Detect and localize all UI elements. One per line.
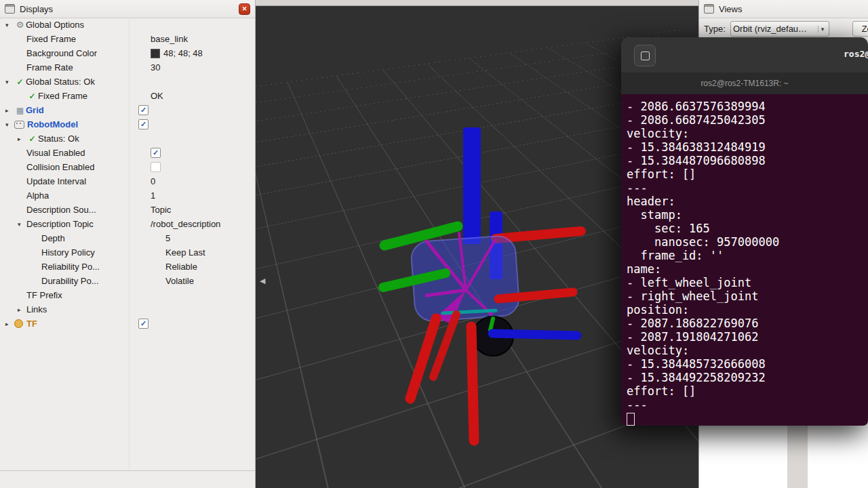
property-value[interactable]: 30	[147, 62, 255, 73]
tree-row[interactable]: ▾⚙Global Options	[0, 18, 255, 32]
expand-arrow-icon[interactable]: ▾	[18, 221, 26, 228]
terminal-line: - 15.384492258209232	[627, 371, 868, 384]
terminal-line: - 15.384485732666008	[627, 357, 868, 371]
terminal-line: nanosec: 957000000	[627, 235, 868, 249]
checkbox[interactable]	[151, 162, 161, 172]
terminal-window-title: ros2@	[844, 49, 868, 59]
terminal-line: name:	[627, 262, 868, 276]
tree-row[interactable]: Alpha1	[0, 188, 255, 203]
property-value[interactable]: ✓	[135, 119, 255, 129]
terminal-line: velocity:	[627, 127, 868, 140]
property-value[interactable]: ✓	[135, 105, 255, 115]
tree-row[interactable]: ✓Fixed FrameOK	[0, 89, 255, 103]
view-type-value: Orbit (rviz_defau…	[733, 24, 818, 34]
wheel-axis-y	[490, 319, 493, 330]
terminal-line: sec: 165	[627, 222, 868, 235]
terminal-line: header:	[627, 195, 868, 208]
terminal-line: velocity:	[627, 344, 868, 357]
rviz-window: ◀ Displays ✕ ▾⚙Global OptionsFixed Frame…	[0, 0, 868, 488]
tree-row[interactable]: Reliability Po...Reliable	[0, 260, 255, 274]
panel-collapse-arrow[interactable]: ◀	[260, 277, 265, 285]
terminal-line: - left_wheel_joint	[627, 276, 868, 289]
displays-panel: Displays ✕ ▾⚙Global OptionsFixed Frameba…	[0, 0, 256, 488]
property-value[interactable]: ✓	[147, 148, 255, 158]
expand-arrow-icon[interactable]: ▸	[18, 136, 26, 142]
displays-panel-title: Displays	[20, 4, 53, 14]
close-icon[interactable]: ✕	[239, 3, 250, 15]
expand-arrow-icon[interactable]: ▸	[5, 107, 14, 114]
terminal-line: position:	[627, 303, 868, 317]
tree-row[interactable]: Durability Po...Volatile	[0, 274, 255, 288]
tree-row[interactable]: Depth5	[0, 231, 255, 245]
tree-row[interactable]: ▸✓Status: Ok	[0, 131, 255, 146]
gear-icon: ⚙	[14, 20, 26, 30]
tree-row[interactable]: ▸TF✓	[0, 317, 255, 331]
type-label: Type:	[704, 24, 726, 34]
terminal-line: - 15.384487096680898	[627, 154, 868, 167]
tf-axis-x-down-left	[410, 319, 436, 399]
expand-arrow-icon[interactable]: ▸	[18, 306, 26, 313]
property-value[interactable]: OK	[147, 91, 255, 101]
tree-row[interactable]: TF Prefix	[0, 288, 255, 302]
tree-row[interactable]: Background Color48; 48; 48	[0, 46, 255, 60]
property-value[interactable]: 5	[162, 233, 255, 243]
terminal-line: - 15.384638312484919	[627, 140, 868, 154]
expand-arrow-icon[interactable]: ▾	[5, 22, 14, 28]
property-value[interactable]: 1	[147, 190, 255, 201]
tf-axis-x-down-mid	[471, 327, 474, 441]
checkbox[interactable]: ✓	[151, 148, 161, 158]
property-value[interactable]: Keep Last	[162, 247, 255, 258]
terminal-line: - 2086.6637576389994	[627, 100, 868, 113]
property-value[interactable]: ✓	[135, 319, 255, 329]
expand-arrow-icon[interactable]: ▾	[5, 79, 14, 85]
tree-row[interactable]: Collision Enabled	[0, 160, 255, 174]
property-value[interactable]: base_link	[147, 34, 255, 44]
terminal-line: frame_id: ''	[627, 249, 868, 262]
displays-panel-titlebar[interactable]: Displays ✕	[0, 0, 255, 18]
tree-row[interactable]: Frame Rate30	[0, 60, 255, 75]
tree-row[interactable]: ▾✓Global Status: Ok	[0, 75, 255, 89]
property-value[interactable]: 0	[147, 176, 255, 186]
property-value[interactable]: /robot_description	[147, 219, 255, 229]
panel-icon	[704, 4, 714, 14]
property-label: Depth	[41, 233, 65, 243]
terminal-tab-bar[interactable]: ros2@ros2-TM1613R: ~	[621, 73, 868, 95]
property-value[interactable]	[147, 162, 255, 172]
property-value[interactable]: Topic	[147, 205, 255, 215]
checkbox[interactable]: ✓	[138, 319, 149, 329]
expand-arrow-icon[interactable]: ▾	[5, 121, 14, 128]
chevron-down-icon: ▾	[818, 26, 827, 33]
tree-row[interactable]: ▾RobotModel✓	[0, 117, 255, 131]
terminal-line: - 2087.186822769076	[627, 317, 868, 330]
tree-row[interactable]: Visual Enabled✓	[0, 146, 255, 160]
property-value[interactable]: 48; 48; 48	[147, 48, 255, 58]
check-icon: ✓	[14, 77, 26, 87]
property-label: Reliability Po...	[41, 262, 100, 272]
terminal-window[interactable]: ros2@ ros2@ros2-TM1613R: ~ - 2086.663757…	[621, 37, 868, 426]
tree-row[interactable]: ▸Links	[0, 302, 255, 317]
property-value[interactable]: Volatile	[162, 276, 255, 286]
panel-icon	[5, 4, 15, 14]
terminal-cursor	[627, 413, 635, 426]
checkbox[interactable]: ✓	[138, 119, 149, 129]
color-value-text: 48; 48; 48	[163, 48, 203, 58]
view-type-combobox[interactable]: Orbit (rviz_defau… ▾	[730, 21, 829, 37]
terminal-headerbar[interactable]: ros2@	[621, 37, 868, 73]
tree-row[interactable]: History PolicyKeep Last	[0, 245, 255, 260]
tree-row[interactable]: Description Sou...Topic	[0, 203, 255, 217]
property-label: History Policy	[41, 247, 95, 258]
terminal-body[interactable]: - 2086.6637576389994- 2086.6687425042305…	[621, 94, 868, 426]
checkbox[interactable]: ✓	[138, 105, 149, 115]
property-value[interactable]: Reliable	[162, 262, 255, 272]
tree-row[interactable]: Update Interval0	[0, 174, 255, 188]
property-label: Global Status: Ok	[26, 77, 95, 87]
property-label: TF	[26, 319, 37, 329]
zero-button[interactable]: Zero	[852, 21, 868, 37]
expand-arrow-icon[interactable]: ▸	[5, 321, 14, 327]
views-panel-titlebar[interactable]: Views	[699, 0, 868, 18]
terminal-tab-title: ros2@ros2-TM1613R: ~	[701, 79, 788, 88]
tree-row[interactable]: ▸▦Grid✓	[0, 103, 255, 117]
tree-row[interactable]: Fixed Framebase_link	[0, 32, 255, 46]
tree-row[interactable]: ▾Description Topic/robot_description	[0, 217, 255, 231]
new-tab-button[interactable]	[634, 45, 656, 66]
